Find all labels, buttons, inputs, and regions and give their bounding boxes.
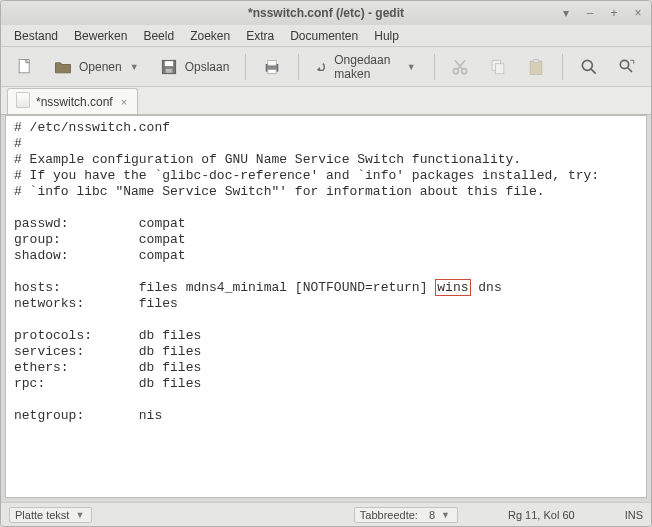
toolbar-separator: [245, 54, 246, 80]
menu-search[interactable]: Zoeken: [183, 27, 237, 45]
svg-rect-14: [534, 59, 539, 62]
chevron-down-icon: ▼: [73, 510, 86, 520]
menu-documents[interactable]: Documenten: [283, 27, 365, 45]
save-label: Opslaan: [185, 60, 230, 74]
svg-rect-6: [268, 60, 276, 65]
svg-point-17: [620, 60, 628, 68]
toolbar-separator: [434, 54, 435, 80]
undo-icon: [315, 57, 328, 77]
find-replace-button[interactable]: [611, 53, 643, 81]
menu-view[interactable]: Beeld: [136, 27, 181, 45]
chevron-down-icon[interactable]: ▼: [128, 62, 141, 72]
new-file-button[interactable]: [9, 53, 41, 81]
print-icon: [262, 57, 282, 77]
tabwidth-value: 8: [429, 509, 435, 521]
editor-area[interactable]: # /etc/nsswitch.conf # # Example configu…: [5, 115, 647, 498]
close-button[interactable]: ×: [631, 6, 645, 20]
undo-label: Ongedaan maken: [334, 53, 398, 81]
save-icon: [159, 57, 179, 77]
tabwidth-label: Tabbreedte:: [360, 509, 418, 521]
menubar: Bestand Bewerken Beeld Zoeken Extra Docu…: [1, 25, 651, 47]
svg-line-18: [628, 67, 632, 71]
file-icon: [16, 92, 30, 111]
document-tab[interactable]: *nsswitch.conf ×: [7, 88, 138, 114]
print-button[interactable]: [256, 53, 288, 81]
editor-content[interactable]: # /etc/nsswitch.conf # # Example configu…: [14, 120, 638, 424]
find-button[interactable]: [573, 53, 605, 81]
cursor-position: Rg 11, Kol 60: [508, 509, 575, 521]
open-button[interactable]: Openen ▼: [47, 53, 147, 81]
paste-icon: [526, 57, 546, 77]
chevron-down-icon[interactable]: ▼: [405, 62, 418, 72]
maximize-button[interactable]: +: [607, 6, 621, 20]
window-title: *nsswitch.conf (/etc) - gedit: [248, 6, 404, 20]
menu-help[interactable]: Hulp: [367, 27, 406, 45]
tabwidth-selector[interactable]: Tabbreedte: 8 ▼: [354, 507, 458, 523]
search-icon: [579, 57, 599, 77]
copy-icon: [488, 57, 508, 77]
cut-icon: [450, 57, 470, 77]
svg-rect-7: [268, 69, 276, 73]
toolbar: Openen ▼ Opslaan Ongedaan maken ▼: [1, 47, 651, 87]
syntax-selector[interactable]: Platte tekst ▼: [9, 507, 92, 523]
statusbar: Platte tekst ▼ Tabbreedte: 8 ▼ Rg 11, Ko…: [1, 502, 651, 526]
open-folder-icon: [53, 57, 73, 77]
syntax-label: Platte tekst: [15, 509, 69, 521]
toolbar-separator: [298, 54, 299, 80]
paste-button[interactable]: [520, 53, 552, 81]
save-button[interactable]: Opslaan: [153, 53, 236, 81]
open-label: Openen: [79, 60, 122, 74]
toolbar-separator: [562, 54, 563, 80]
menu-extra[interactable]: Extra: [239, 27, 281, 45]
tab-label: *nsswitch.conf: [36, 95, 113, 109]
svg-marker-8: [316, 67, 320, 70]
close-tab-button[interactable]: ×: [119, 96, 129, 108]
cut-button[interactable]: [444, 53, 476, 81]
menu-icon[interactable]: ▾: [559, 6, 573, 20]
minimize-button[interactable]: –: [583, 6, 597, 20]
svg-rect-12: [496, 63, 504, 73]
svg-line-16: [591, 68, 596, 73]
titlebar: *nsswitch.conf (/etc) - gedit ▾ – + ×: [1, 1, 651, 25]
tabstrip: *nsswitch.conf ×: [1, 87, 651, 115]
chevron-down-icon: ▼: [439, 510, 452, 520]
new-file-icon: [15, 57, 35, 77]
undo-button[interactable]: Ongedaan maken ▼: [309, 49, 424, 85]
menu-edit[interactable]: Bewerken: [67, 27, 134, 45]
svg-rect-3: [164, 61, 172, 66]
svg-rect-4: [165, 68, 172, 72]
highlighted-text: wins: [435, 279, 470, 296]
search-replace-icon: [617, 57, 637, 77]
menu-file[interactable]: Bestand: [7, 27, 65, 45]
copy-button[interactable]: [482, 53, 514, 81]
insert-mode: INS: [625, 509, 643, 521]
